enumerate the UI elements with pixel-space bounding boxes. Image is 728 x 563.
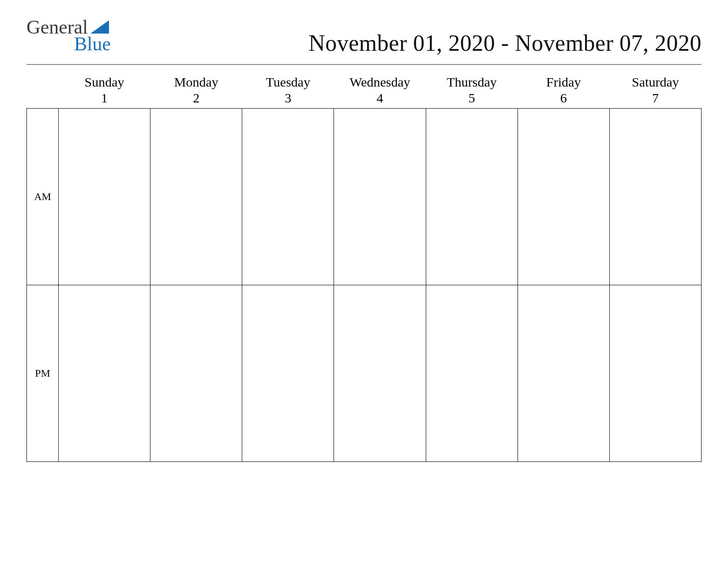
cell-pm-wednesday xyxy=(334,285,426,462)
header-divider xyxy=(26,64,702,65)
day-name: Thursday xyxy=(426,75,518,90)
period-label-am: AM xyxy=(27,109,59,285)
page-title: November 01, 2020 - November 07, 2020 xyxy=(308,30,702,56)
cell-pm-thursday xyxy=(426,285,518,462)
day-name: Sunday xyxy=(59,75,150,90)
day-number: 1 xyxy=(59,91,150,106)
day-header-row: Sunday 1 Monday 2 Tuesday 3 Wednesday 4 … xyxy=(27,73,702,109)
cell-am-sunday xyxy=(59,109,150,285)
day-number: 7 xyxy=(609,91,701,106)
day-header-tuesday: Tuesday 3 xyxy=(242,73,334,109)
day-number: 2 xyxy=(150,91,242,106)
day-number: 3 xyxy=(242,91,334,106)
day-number: 5 xyxy=(426,91,518,106)
day-header-sunday: Sunday 1 xyxy=(59,73,150,109)
am-row: AM xyxy=(27,109,702,285)
day-header-saturday: Saturday 7 xyxy=(609,73,701,109)
day-header-friday: Friday 6 xyxy=(518,73,609,109)
day-header-wednesday: Wednesday 4 xyxy=(334,73,426,109)
day-name: Tuesday xyxy=(242,75,334,90)
svg-marker-0 xyxy=(90,20,109,34)
cell-am-friday xyxy=(518,109,609,285)
day-number: 4 xyxy=(334,91,426,106)
day-name: Friday xyxy=(518,75,609,90)
cell-am-saturday xyxy=(609,109,701,285)
cell-pm-friday xyxy=(518,285,609,462)
pm-row: PM xyxy=(27,285,702,462)
cell-pm-monday xyxy=(150,285,242,462)
header-corner xyxy=(27,73,59,109)
logo: General Blue xyxy=(26,18,111,54)
logo-word-blue: Blue xyxy=(74,34,111,54)
cell-am-monday xyxy=(150,109,242,285)
cell-am-tuesday xyxy=(242,109,334,285)
day-name: Saturday xyxy=(609,75,701,90)
day-name: Monday xyxy=(150,75,242,90)
cell-pm-tuesday xyxy=(242,285,334,462)
weekly-calendar: Sunday 1 Monday 2 Tuesday 3 Wednesday 4 … xyxy=(26,73,702,462)
day-number: 6 xyxy=(518,91,609,106)
period-label-pm: PM xyxy=(27,285,59,462)
day-header-thursday: Thursday 5 xyxy=(426,73,518,109)
cell-pm-sunday xyxy=(59,285,150,462)
day-name: Wednesday xyxy=(334,75,426,90)
cell-am-wednesday xyxy=(334,109,426,285)
cell-am-thursday xyxy=(426,109,518,285)
cell-pm-saturday xyxy=(609,285,701,462)
header-row: General Blue November 01, 2020 - Novembe… xyxy=(26,18,702,56)
day-header-monday: Monday 2 xyxy=(150,73,242,109)
